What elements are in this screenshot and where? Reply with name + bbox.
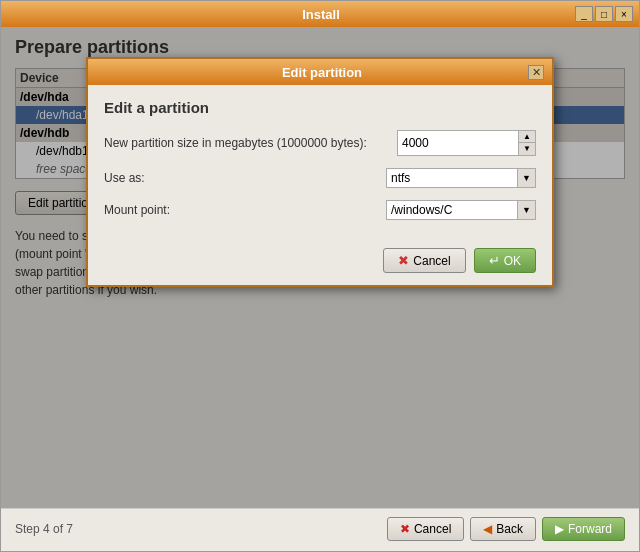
spinbox-up-button[interactable]: ▲ [519, 131, 535, 143]
forward-icon: ▶ [555, 522, 564, 536]
partition-size-row: New partition size in megabytes (1000000… [104, 130, 536, 156]
window-controls: _ □ × [575, 6, 633, 22]
title-bar: Install _ □ × [1, 1, 639, 27]
partition-size-input[interactable] [398, 131, 518, 155]
mount-point-control: ▼ [386, 200, 536, 220]
main-window: Install _ □ × Prepare partitions Device … [0, 0, 640, 552]
partition-size-spinbox: ▲ ▼ [397, 130, 536, 156]
forward-button[interactable]: ▶ Forward [542, 517, 625, 541]
nav-buttons: ✖ Cancel ◀ Back ▶ Forward [387, 517, 625, 541]
cancel-nav-icon: ✖ [400, 522, 410, 536]
modal-overlay: Edit partition ✕ Edit a partition New pa… [1, 27, 639, 508]
nav-cancel-label: Cancel [414, 522, 451, 536]
back-label: Back [496, 522, 523, 536]
step-label: Step 4 of 7 [15, 522, 73, 536]
mount-point-input[interactable] [387, 201, 517, 219]
use-as-control: ntfs ext4 ext3 ext2 swap fat32 ▼ [386, 168, 536, 188]
use-as-select[interactable]: ntfs ext4 ext3 ext2 swap fat32 [387, 169, 517, 187]
ok-label: OK [504, 254, 521, 268]
modal-title: Edit partition [116, 65, 528, 80]
ok-icon: ↵ [489, 253, 500, 268]
modal-footer: ✖ Cancel ↵ OK [88, 244, 552, 285]
restore-button[interactable]: □ [595, 6, 613, 22]
mount-point-row: Mount point: ▼ [104, 200, 536, 220]
cancel-label: Cancel [413, 254, 450, 268]
modal-body: Edit a partition New partition size in m… [88, 85, 552, 244]
back-button[interactable]: ◀ Back [470, 517, 536, 541]
edit-partition-modal: Edit partition ✕ Edit a partition New pa… [86, 57, 554, 287]
bottom-nav: Step 4 of 7 ✖ Cancel ◀ Back ▶ Forward [1, 508, 639, 551]
spinbox-buttons: ▲ ▼ [518, 131, 535, 155]
close-button[interactable]: × [615, 6, 633, 22]
window-title: Install [67, 7, 575, 22]
nav-cancel-button[interactable]: ✖ Cancel [387, 517, 464, 541]
back-icon: ◀ [483, 522, 492, 536]
modal-close-button[interactable]: ✕ [528, 65, 544, 80]
use-as-select-wrap: ntfs ext4 ext3 ext2 swap fat32 ▼ [386, 168, 536, 188]
partition-size-control: ▲ ▼ [397, 130, 536, 156]
use-as-arrow-icon: ▼ [517, 169, 535, 187]
forward-label: Forward [568, 522, 612, 536]
mount-point-combobox: ▼ [386, 200, 536, 220]
modal-section-title: Edit a partition [104, 99, 536, 116]
window-content: Prepare partitions Device Type Mount poi… [1, 27, 639, 508]
cancel-button[interactable]: ✖ Cancel [383, 248, 465, 273]
minimize-button[interactable]: _ [575, 6, 593, 22]
spinbox-down-button[interactable]: ▼ [519, 143, 535, 155]
modal-title-bar: Edit partition ✕ [88, 59, 552, 85]
mount-point-arrow-icon[interactable]: ▼ [517, 201, 535, 219]
ok-button[interactable]: ↵ OK [474, 248, 536, 273]
use-as-row: Use as: ntfs ext4 ext3 ext2 swap fat32 [104, 168, 536, 188]
mount-point-label: Mount point: [104, 203, 386, 217]
cancel-icon: ✖ [398, 253, 409, 268]
partition-size-label: New partition size in megabytes (1000000… [104, 136, 397, 150]
use-as-label: Use as: [104, 171, 386, 185]
